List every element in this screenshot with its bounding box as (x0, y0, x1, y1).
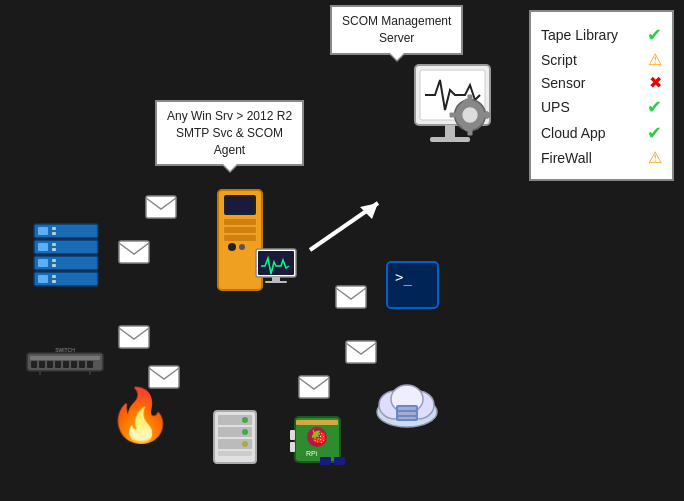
svg-rect-80 (272, 277, 280, 281)
legend-item-tape: Tape Library ✔ (541, 24, 662, 46)
winserver-speech-bubble: Any Win Srv > 2012 R2SMTP Svc & SCOMAgen… (155, 100, 304, 166)
legend-item-ups: UPS ✔ (541, 96, 662, 118)
small-monitor-overlay (255, 248, 297, 287)
svg-rect-58 (398, 407, 416, 410)
svg-rect-24 (79, 361, 85, 368)
svg-rect-75 (334, 457, 345, 465)
tape-library-device (30, 220, 102, 296)
svg-rect-6 (52, 243, 56, 246)
svg-rect-86 (336, 286, 366, 308)
winserver-bubble-text: Any Win Srv > 2012 R2SMTP Svc & SCOMAgen… (167, 109, 292, 157)
svg-text:RPi: RPi (306, 450, 318, 457)
svg-rect-22 (63, 361, 69, 368)
legend-label-ups: UPS (541, 99, 647, 115)
svg-rect-60 (398, 417, 416, 419)
email-envelope-6 (148, 365, 180, 393)
email-envelope-7 (298, 375, 330, 403)
svg-rect-3 (52, 232, 56, 235)
svg-rect-14 (52, 275, 56, 278)
nas-server-bottom (210, 407, 260, 471)
svg-rect-85 (119, 241, 149, 263)
legend-item-firewall: FireWall ⚠ (541, 148, 662, 167)
svg-marker-83 (360, 203, 378, 219)
svg-rect-73 (290, 430, 295, 440)
svg-rect-9 (38, 259, 48, 267)
svg-rect-2 (52, 227, 56, 230)
svg-rect-21 (55, 361, 61, 368)
legend-panel: Tape Library ✔ Script ⚠ Sensor ✖ UPS ✔ C… (529, 10, 674, 181)
legend-item-cloudapp: Cloud App ✔ (541, 122, 662, 144)
svg-rect-46 (450, 112, 457, 117)
svg-rect-34 (224, 235, 256, 241)
svg-rect-81 (265, 281, 287, 283)
svg-rect-90 (299, 376, 329, 398)
svg-rect-1 (38, 227, 48, 235)
svg-rect-87 (119, 326, 149, 348)
email-envelope-3 (335, 285, 367, 313)
email-envelope-4 (118, 325, 150, 353)
svg-rect-72 (296, 420, 338, 425)
svg-rect-68 (218, 451, 252, 456)
svg-rect-13 (38, 275, 48, 283)
powershell-terminal: >_ (385, 260, 440, 314)
legend-label-cloudapp: Cloud App (541, 125, 647, 141)
svg-rect-25 (87, 361, 93, 368)
legend-icon-ups: ✔ (647, 96, 662, 118)
legend-icon-script: ⚠ (648, 50, 662, 69)
email-envelope-5 (345, 340, 377, 368)
scom-server-device (410, 60, 510, 174)
svg-rect-7 (52, 248, 56, 251)
svg-rect-79 (258, 251, 294, 275)
svg-rect-31 (226, 197, 254, 213)
svg-rect-17 (30, 356, 100, 360)
svg-rect-33 (224, 227, 256, 233)
svg-rect-5 (38, 243, 48, 251)
firewall-device: 🔥 (108, 385, 173, 446)
svg-rect-89 (149, 366, 179, 388)
raspberry-pi-device: 🍓 RPi (290, 412, 345, 471)
email-envelope-2 (118, 240, 150, 268)
network-switch-device: SWITCH (25, 345, 105, 379)
svg-rect-20 (47, 361, 53, 368)
svg-rect-84 (146, 196, 176, 218)
svg-rect-19 (39, 361, 45, 368)
legend-label-tape: Tape Library (541, 27, 647, 43)
legend-label-firewall: FireWall (541, 150, 648, 166)
svg-rect-23 (71, 361, 77, 368)
svg-rect-18 (31, 361, 37, 368)
cloud-device (370, 377, 445, 436)
svg-rect-76 (320, 457, 331, 465)
svg-text:>_: >_ (395, 269, 412, 286)
legend-label-script: Script (541, 52, 648, 68)
svg-point-66 (242, 429, 248, 435)
svg-rect-15 (52, 280, 56, 283)
svg-rect-39 (445, 125, 455, 137)
legend-item-script: Script ⚠ (541, 50, 662, 69)
legend-icon-firewall: ⚠ (648, 148, 662, 167)
svg-rect-88 (346, 341, 376, 363)
svg-rect-40 (430, 137, 470, 142)
svg-rect-32 (224, 219, 256, 225)
svg-point-35 (228, 243, 236, 251)
svg-point-65 (242, 417, 248, 423)
legend-icon-cloudapp: ✔ (647, 122, 662, 144)
email-envelope-1 (145, 195, 177, 223)
svg-text:🍓: 🍓 (310, 429, 328, 446)
svg-text:SWITCH: SWITCH (55, 347, 75, 353)
svg-point-36 (239, 244, 245, 250)
svg-rect-74 (290, 442, 295, 452)
legend-item-sensor: Sensor ✖ (541, 73, 662, 92)
legend-label-sensor: Sensor (541, 75, 649, 91)
svg-rect-10 (52, 259, 56, 262)
svg-point-67 (242, 441, 248, 447)
legend-icon-sensor: ✖ (649, 73, 662, 92)
scom-bubble-text: SCOM ManagementServer (342, 14, 451, 45)
svg-point-42 (462, 107, 477, 122)
svg-rect-59 (398, 412, 416, 415)
scom-speech-bubble: SCOM ManagementServer (330, 5, 463, 55)
direction-arrow (300, 195, 390, 255)
svg-rect-11 (52, 264, 56, 267)
legend-icon-tape: ✔ (647, 24, 662, 46)
